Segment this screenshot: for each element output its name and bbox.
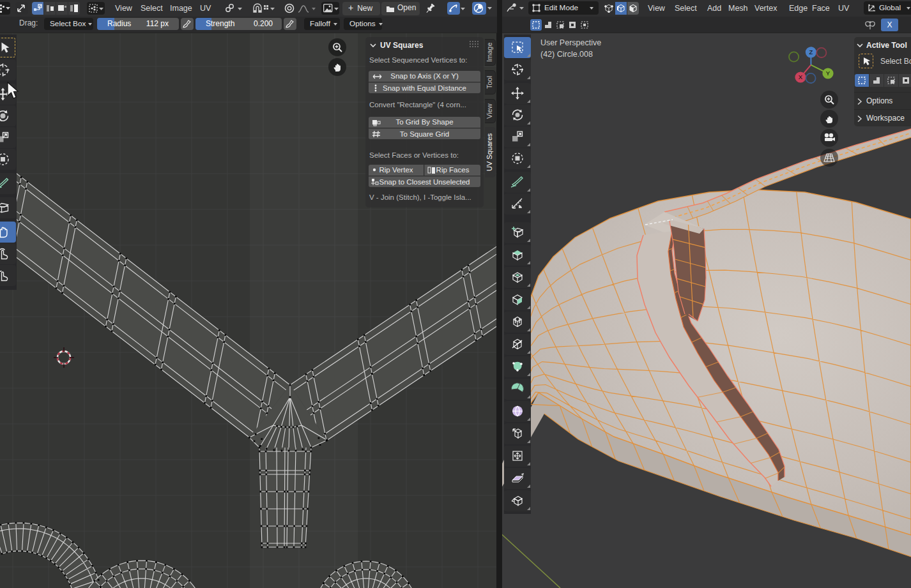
svg-text:X: X bbox=[799, 73, 803, 80]
svg-text:Z: Z bbox=[809, 49, 813, 56]
svg-text:Y: Y bbox=[826, 70, 831, 77]
